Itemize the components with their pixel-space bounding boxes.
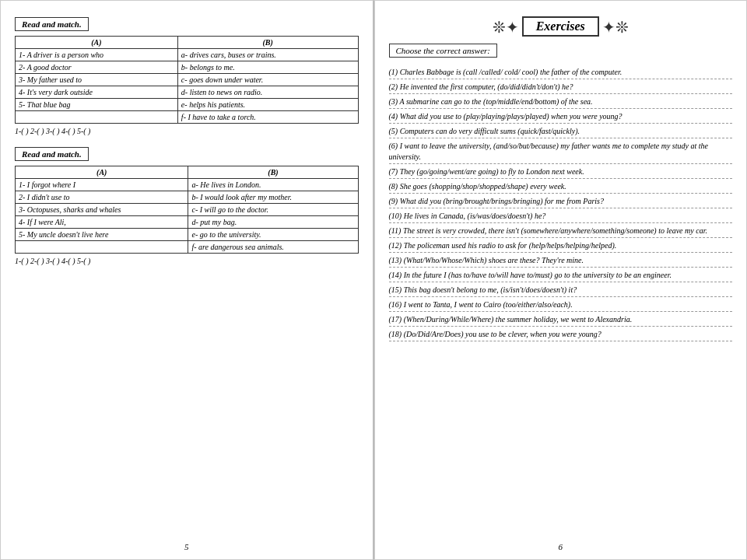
dotted-divider xyxy=(389,138,733,138)
dotted-divider xyxy=(389,341,733,341)
list-item: (13) (What/Who/Whose/Which) shoes are th… xyxy=(389,255,733,266)
list-item: (10) He lives in Canada, (is/was/does/do… xyxy=(389,211,733,222)
table-row: 4- If I were Ali, xyxy=(16,216,188,229)
list-item: (7) They (go/going/went/are going) to fl… xyxy=(389,166,733,177)
section1-label: Read and match. xyxy=(15,17,89,31)
dotted-divider xyxy=(389,222,733,223)
burst-left-icon: ❊✦ xyxy=(493,18,519,37)
dotted-divider xyxy=(389,252,733,253)
dotted-divider xyxy=(389,311,733,312)
table-row: 3- Octopuses, sharks and whales xyxy=(16,204,188,216)
dotted-divider xyxy=(389,208,733,208)
table-row: 2- I didn't use to xyxy=(16,191,188,204)
list-item: (12) The policeman used his radio to ask… xyxy=(389,240,733,251)
table-row: e- helps his patients. xyxy=(177,99,358,111)
table-row: b- I would look after my mother. xyxy=(188,191,358,204)
exercises-header: ❊✦ Exercises ✦❊ xyxy=(389,16,733,37)
table-row: 5- My uncle doesn't live here xyxy=(16,229,188,241)
list-item: (1) Charles Babbage is (call /called/ co… xyxy=(389,67,733,78)
list-item: (15) This bag doesn't belong to me, (is/… xyxy=(389,285,733,296)
dotted-divider xyxy=(389,163,733,164)
table-row: d- put my bag. xyxy=(188,216,358,229)
list-item: (5) Computers can do very difficult sums… xyxy=(389,126,733,137)
dotted-divider xyxy=(389,123,733,124)
section2-header: Read and match. xyxy=(15,146,359,166)
dotted-divider xyxy=(389,237,733,238)
dotted-divider xyxy=(389,282,733,282)
left-page: Read and match. (A) (B) 1- A driver is a… xyxy=(0,0,374,560)
section1-table: (A) (B) 1- A driver is a person whoa- dr… xyxy=(15,36,359,124)
table-row: 5- That blue bag xyxy=(16,99,178,111)
table-row: 4- It's very dark outside xyxy=(16,86,178,99)
table-row: 1- I forgot where I xyxy=(16,179,188,191)
list-item: (4) What did you use to (play/playing/pl… xyxy=(389,111,733,122)
table-row: a- He lives in London. xyxy=(188,179,358,191)
table-row: 2- A good doctor xyxy=(16,61,178,74)
table-row: 3- My father used to xyxy=(16,74,178,86)
list-item: (17) (When/During/While/Where) the summe… xyxy=(389,314,733,325)
table-row: e- go to the university. xyxy=(188,229,358,241)
list-item: (8) She goes (shopping/shop/shopped/shap… xyxy=(389,181,733,192)
section2-table: (A) (B) 1- I forgot where Ia- He lives i… xyxy=(15,166,359,254)
list-item: (2) He invented the first computer, (do/… xyxy=(389,82,733,93)
dotted-divider xyxy=(389,267,733,268)
right-page-number: 6 xyxy=(559,542,563,551)
table-row: b- belongs to me. xyxy=(177,61,358,74)
dotted-divider xyxy=(389,326,733,327)
table-row: d- listen to news on radio. xyxy=(177,86,358,99)
list-item: (9) What did you (bring/brought/brings/b… xyxy=(389,196,733,207)
exercises-title: Exercises xyxy=(522,16,599,37)
choose-label: Choose the correct answer: xyxy=(389,44,498,58)
table-row: c- I will go to the doctor. xyxy=(188,204,358,216)
dotted-divider xyxy=(389,193,733,194)
section1-col-b-header: (B) xyxy=(177,37,358,49)
section1-answers: 1-( ) 2-( ) 3-( ) 4-( ) 5-( ) xyxy=(15,127,359,135)
table-row xyxy=(16,241,188,254)
list-item: (11) The street is very crowded, there i… xyxy=(389,226,733,236)
table-row: f- I have to take a torch. xyxy=(177,111,358,124)
section2-label: Read and match. xyxy=(15,147,89,161)
dotted-divider xyxy=(389,93,733,94)
burst-right-icon: ✦❊ xyxy=(602,18,629,37)
table-row xyxy=(16,111,178,124)
list-item: (18) (Do/Did/Are/Does) you use to be cle… xyxy=(389,329,733,340)
section2-col-b-header: (B) xyxy=(188,166,358,179)
list-item: (14) In the future I (has to/have to/wil… xyxy=(389,270,733,281)
questions-container: (1) Charles Babbage is (call /called/ co… xyxy=(389,67,733,341)
left-page-number: 5 xyxy=(184,542,189,551)
dotted-divider xyxy=(389,178,733,179)
dotted-divider xyxy=(389,108,733,109)
section1-col-a-header: (A) xyxy=(16,37,178,49)
table-row: 1- A driver is a person who xyxy=(16,49,178,61)
table-row: a- drives cars, buses or trains. xyxy=(177,49,358,61)
section1-header: Read and match. xyxy=(15,16,359,36)
list-item: (16) I went to Tanta, I went to Cairo (t… xyxy=(389,299,733,310)
right-page: ❊✦ Exercises ✦❊ Choose the correct answe… xyxy=(374,0,748,560)
table-row: f- are dangerous sea animals. xyxy=(188,241,358,254)
dotted-divider xyxy=(389,79,733,79)
book-spread: Read and match. (A) (B) 1- A driver is a… xyxy=(0,0,747,560)
table-row: c- goes down under water. xyxy=(177,74,358,86)
list-item: (3) A submarine can go to the (top/middl… xyxy=(389,96,733,107)
dotted-divider xyxy=(389,296,733,297)
section2-answers: 1-( ) 2-( ) 3-( ) 4-( ) 5-( ) xyxy=(15,257,359,265)
list-item: (6) I want to leave the university, (and… xyxy=(389,141,733,163)
section2-col-a-header: (A) xyxy=(16,166,188,179)
